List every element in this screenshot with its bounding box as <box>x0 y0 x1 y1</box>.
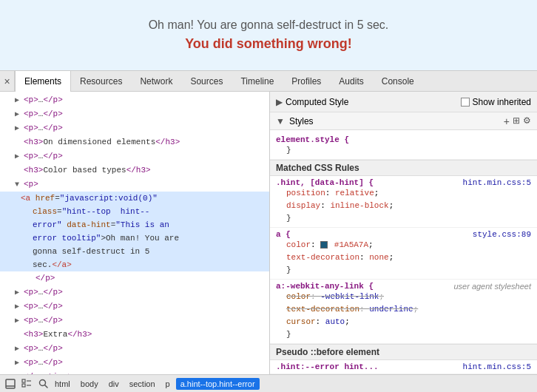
dom-line[interactable]: ▶<p>…</p> <box>0 314 269 328</box>
add-style-icon[interactable]: + <box>504 115 510 127</box>
pseudo-header: Pseudo ::before element <box>270 344 537 360</box>
styles-label: Styles <box>289 116 314 126</box>
css-selector-line: .hint:--error hint... hint.min.css:5 <box>276 362 531 371</box>
settings-icon[interactable]: ⚙ <box>523 115 531 127</box>
css-close-brace: } <box>276 264 531 277</box>
show-inherited-checkbox[interactable] <box>461 98 470 107</box>
css-property-cursor: cursor: auto; <box>276 316 531 328</box>
css-block-element-style: element.style { } <box>270 133 537 160</box>
breadcrumb-html[interactable]: html <box>50 378 75 390</box>
styles-content: element.style { } Matched CSS Rules .hin… <box>270 130 537 374</box>
show-inherited-label: Show inherited <box>473 97 531 107</box>
breadcrumb-div[interactable]: div <box>104 378 124 390</box>
breadcrumb-body[interactable]: body <box>76 378 103 390</box>
matched-css-header: Matched CSS Rules <box>270 160 537 176</box>
dom-line[interactable]: ▼<p> <box>0 178 269 192</box>
css-close-brace: } <box>276 212 531 225</box>
css-block-hint: .hint, [data-hint] { hint.min.css:5 posi… <box>270 176 537 228</box>
css-selector: element.style { <box>276 135 531 144</box>
tab-resources[interactable]: Resources <box>71 71 131 92</box>
pseudo-label: Pseudo ::before element <box>276 347 379 357</box>
css-property-color: color: #1A5A7A; <box>276 239 531 251</box>
page-title: Oh man! You are gonna self-destruct in 5… <box>149 18 389 32</box>
css-selector-line: a { style.css:89 <box>276 230 531 239</box>
dom-line[interactable]: ▶<p>…</p> <box>0 121 269 135</box>
breadcrumb-a-active[interactable]: a.hint--top.hint--error <box>176 378 260 390</box>
css-block-a: a { style.css:89 color: #1A5A7A; text-de… <box>270 228 537 280</box>
css-property-display: display: inline-block; <box>276 200 531 212</box>
dom-line[interactable]: <h3>Extra</h3> <box>0 328 269 342</box>
toggle-drawer-button[interactable] <box>3 376 18 391</box>
page-preview: Oh man! You are gonna self-destruct in 5… <box>0 0 537 70</box>
devtools-body: ▶<p>…</p> ▶<p>…</p> ▶<p>…</p> <h3>On dim… <box>0 92 537 374</box>
css-property-position: position: relative; <box>276 187 531 200</box>
css-property-color-strikethrough: color: -webkit-link; <box>276 291 531 303</box>
dom-line[interactable]: ▶<p>…</p> <box>0 300 269 314</box>
css-block-any-link: a:-webkit-any-link { user agent styleshe… <box>270 280 537 344</box>
toolbar-icons <box>3 376 50 391</box>
expand-all-button[interactable] <box>19 376 34 391</box>
page-subtitle: You did something wrong! <box>185 36 352 52</box>
styles-icons: + ⊞ ⚙ <box>504 115 531 127</box>
svg-line-7 <box>44 385 47 388</box>
svg-rect-2 <box>22 379 25 382</box>
css-selector-line: .hint, [data-hint] { hint.min.css:5 <box>276 178 531 187</box>
dom-panel: ▶<p>…</p> ▶<p>…</p> ▶<p>…</p> <h3>On dim… <box>0 92 270 374</box>
breadcrumb-p[interactable]: p <box>161 378 175 390</box>
breadcrumb: html body div section p a.hint--top.hint… <box>50 378 534 390</box>
tab-sources[interactable]: Sources <box>181 71 232 92</box>
dom-line-highlighted[interactable]: gonna self-destruct in 5 <box>0 245 269 258</box>
show-inherited-toggle[interactable]: Show inherited <box>461 97 531 107</box>
dom-line[interactable]: </p> <box>0 271 269 285</box>
dom-line-highlighted[interactable]: error" data-hint="This is an <box>0 218 269 232</box>
svg-rect-0 <box>6 379 15 388</box>
tab-elements[interactable]: Elements <box>15 71 71 92</box>
dom-line-highlighted[interactable]: error tooltip">Oh man! You are <box>0 232 269 245</box>
dom-line-highlighted[interactable]: class="hint--top hint-- <box>0 205 269 218</box>
dom-line[interactable]: ▶<p>…</p> <box>0 93 269 107</box>
dom-line[interactable]: ▶<p>…</p> <box>0 107 269 121</box>
tab-timeline[interactable]: Timeline <box>232 71 283 92</box>
dom-line[interactable]: ▶<p>…</p> <box>0 356 269 370</box>
devtools-panel: × Elements Resources Network Sources Tim… <box>0 70 537 392</box>
svg-rect-3 <box>22 384 25 387</box>
computed-style-label: Computed Style <box>286 97 348 107</box>
dom-line[interactable]: ▶<p>…</p> <box>0 285 269 300</box>
close-devtools-button[interactable]: × <box>0 71 15 92</box>
breadcrumb-section[interactable]: section <box>125 378 160 390</box>
matched-css-label: Matched CSS Rules <box>276 163 359 173</box>
dom-line-highlighted[interactable]: sec.</a> <box>0 258 269 271</box>
toggle-view-icon[interactable]: ⊞ <box>513 115 520 127</box>
tab-console[interactable]: Console <box>373 71 423 92</box>
dom-line[interactable]: ▶<p>…</p> <box>0 342 269 356</box>
dom-line[interactable]: <h3>On dimensioned elements</h3> <box>0 135 269 149</box>
tab-audits[interactable]: Audits <box>330 71 372 92</box>
css-property-text-decoration: text-decoration: none; <box>276 251 531 264</box>
dom-line[interactable]: <h3>Color based types</h3> <box>0 163 269 178</box>
search-button[interactable] <box>36 376 50 391</box>
bottom-toolbar: html body div section p a.hint--top.hint… <box>0 374 537 392</box>
tabs-bar: × Elements Resources Network Sources Tim… <box>0 71 537 92</box>
tab-network[interactable]: Network <box>131 71 181 92</box>
tab-profiles[interactable]: Profiles <box>283 71 330 92</box>
styles-panel: ▶ Computed Style Show inherited ▼ Styles… <box>270 92 537 374</box>
dom-line-highlighted[interactable]: <a href="javascript:void(0)" <box>0 192 269 205</box>
css-selector-line: a:-webkit-any-link { user agent styleshe… <box>276 282 531 291</box>
css-close-brace: } <box>276 144 531 157</box>
css-block-pseudo: .hint:--error hint... hint.min.css:5 <box>270 360 537 374</box>
css-close-brace: } <box>276 328 531 341</box>
css-property-text-decoration-strikethrough: text-decoration: underline; <box>276 303 531 316</box>
styles-subheader: ▼ Styles + ⊞ ⚙ <box>270 112 537 130</box>
dom-line[interactable]: ▶<p>…</p> <box>0 149 269 163</box>
computed-style-header: ▶ Computed Style Show inherited <box>270 92 537 112</box>
color-swatch[interactable] <box>320 241 328 249</box>
